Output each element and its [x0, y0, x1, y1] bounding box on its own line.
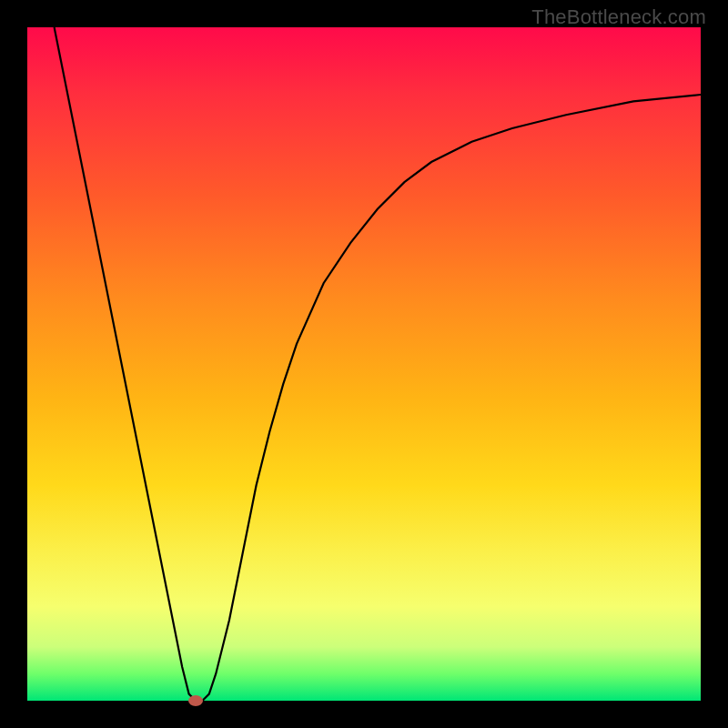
plot-area [27, 27, 701, 701]
chart-frame: TheBottleneck.com [0, 0, 728, 728]
watermark-text: TheBottleneck.com [531, 5, 706, 29]
bottleneck-curve [27, 27, 701, 701]
minimum-marker [188, 695, 203, 706]
